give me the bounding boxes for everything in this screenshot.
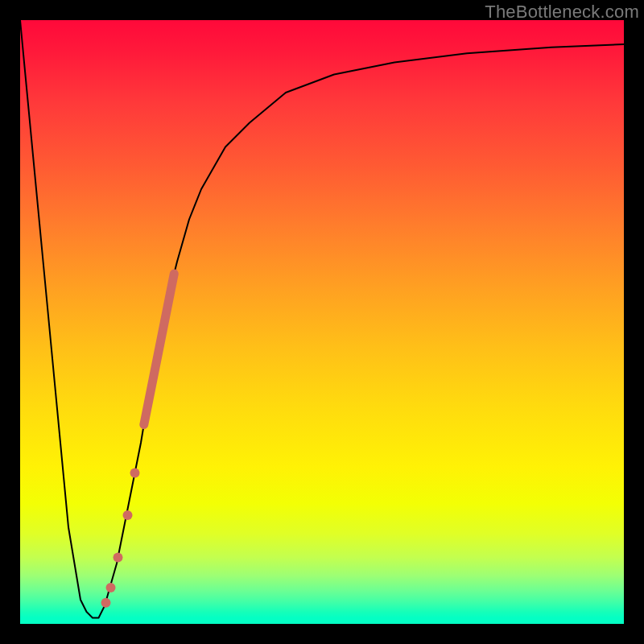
highlight-dots (101, 469, 140, 608)
highlight-dot (114, 553, 123, 563)
plot-area (20, 20, 624, 624)
highlight-dot (130, 469, 140, 478)
chart-frame: TheBottleneck.com (0, 0, 644, 644)
bottleneck-curve (20, 20, 624, 618)
highlight-dot (123, 510, 133, 520)
highlight-segment (144, 274, 175, 425)
highlight-dot (106, 583, 116, 592)
curve-svg (20, 20, 624, 624)
highlight-dot (101, 598, 111, 608)
